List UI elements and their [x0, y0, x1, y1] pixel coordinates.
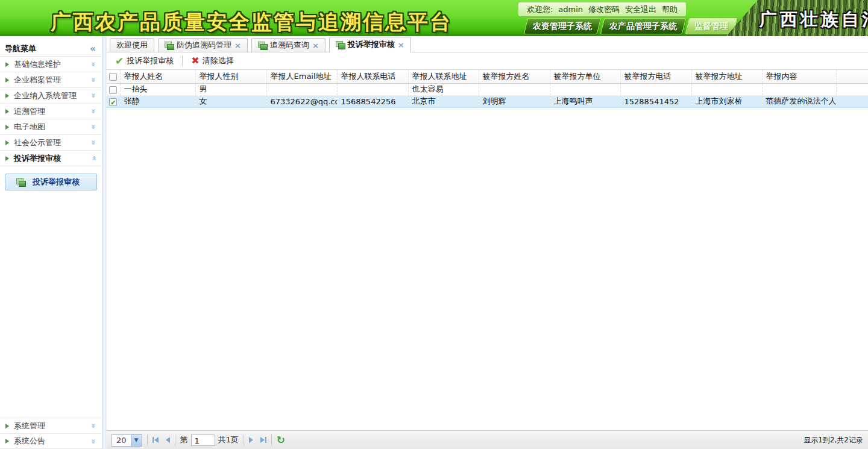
sidebar-item-enterprise-system[interactable]: 企业纳入系统管理 [0, 88, 102, 104]
chevron-down-icon [91, 76, 96, 84]
folder-icon [336, 41, 345, 49]
wheat-field-photo: 广西壮族自治区 [726, 0, 868, 36]
play-triangle-icon [5, 62, 9, 67]
chevron-down-icon [91, 139, 96, 146]
page-total-label: 共1页 [218, 435, 239, 445]
system-tab-label: 农产品管理子系统 [609, 21, 677, 32]
column-header[interactable]: 举报内容 [762, 70, 836, 83]
tab-trace-code-query[interactable]: 追溯码查询 [251, 38, 326, 52]
welcome-bar: 欢迎您: admin 修改密码 安全退出 帮助 [518, 2, 686, 16]
column-header-filler [836, 70, 868, 83]
close-icon[interactable] [398, 40, 404, 49]
system-tabs: 农资管理子系统 农产品管理子系统 监督管理 [526, 18, 735, 34]
chevron-down-icon [91, 107, 96, 115]
sidebar-item-trace-management[interactable]: 追溯管理 [0, 104, 102, 119]
sidebar-splitter[interactable] [102, 36, 107, 449]
play-triangle-icon [5, 125, 9, 130]
complaints-table: 举报人姓名 举报人性别 举报人Email地址 举报人联系电话 举报人联系地址 被… [107, 70, 868, 108]
column-header[interactable]: 被举报方地址 [691, 70, 762, 83]
play-triangle-icon [5, 424, 9, 429]
record-count-status: 显示1到2,共2记录 [804, 435, 863, 445]
play-triangle-icon [5, 156, 9, 161]
platform-title: 广西农产品质量安全监管与追溯信息平台 [51, 8, 452, 36]
column-header[interactable]: 被举报方电话 [620, 70, 691, 83]
close-icon[interactable] [234, 41, 241, 50]
sidebar-collapse-icon[interactable] [90, 43, 96, 54]
document-tabstrip: 欢迎使用 防伪追溯码管理 追溯码查询 投诉举报审核 [107, 36, 868, 52]
top-banner: 广西农产品质量安全监管与追溯信息平台 欢迎您: admin 修改密码 安全退出 … [0, 0, 868, 36]
toolbar-divider [182, 55, 183, 66]
row-checkbox[interactable] [109, 86, 117, 94]
username: admin [558, 5, 583, 14]
help-link[interactable]: 帮助 [662, 4, 678, 15]
system-tab-agri-materials[interactable]: 农资管理子系统 [524, 18, 602, 34]
table-row[interactable]: 张静 女 67332622@qq.com 15688542256 北京市 刘明辉… [107, 95, 868, 107]
folder-icon [258, 42, 268, 49]
grid-toolbar: 投诉举报审核 清除选择 [107, 52, 868, 70]
prev-page-button[interactable] [166, 437, 170, 443]
sidebar-subitem-complaint-audit[interactable]: 投诉举报审核 [5, 174, 97, 190]
play-triangle-icon [5, 93, 9, 98]
sidebar-item-system-management[interactable]: 系统管理 [0, 418, 102, 433]
chevron-down-icon [91, 438, 96, 445]
column-header[interactable]: 举报人联系地址 [408, 70, 479, 83]
column-header[interactable]: 举报人性别 [195, 70, 266, 83]
pagination-bar: 20 第 1 共1页 [107, 430, 868, 449]
tab-welcome[interactable]: 欢迎使用 [110, 38, 154, 52]
chevron-up-icon [91, 154, 96, 162]
application-window: 广西农产品质量安全监管与追溯信息平台 欢迎您: admin 修改密码 安全退出 … [0, 0, 868, 449]
table-header-row: 举报人姓名 举报人性别 举报人Email地址 举报人联系电话 举报人联系地址 被… [107, 70, 868, 83]
play-triangle-icon [5, 140, 9, 145]
sidebar-item-complaint-audit[interactable]: 投诉举报审核 [0, 151, 102, 166]
first-page-button[interactable] [153, 437, 159, 443]
play-triangle-icon [5, 109, 9, 114]
column-header[interactable]: 举报人联系电话 [337, 70, 408, 83]
clear-selection-button[interactable]: 清除选择 [187, 54, 237, 68]
chevron-down-icon [91, 92, 96, 99]
table-row[interactable]: 一抬头 男 也太容易 [107, 83, 868, 95]
column-header[interactable]: 举报人姓名 [120, 70, 195, 83]
sidebar-item-basic-info[interactable]: 基础信息维护 [0, 57, 102, 72]
sidebar-item-enterprise-archive[interactable]: 企业档案管理 [0, 72, 102, 88]
tab-complaint-audit[interactable]: 投诉举报审核 [329, 37, 411, 52]
chevron-down-icon [91, 422, 96, 430]
folder-icon [16, 178, 26, 186]
next-page-button[interactable] [249, 437, 253, 443]
system-tab-supervision[interactable]: 监督管理 [685, 18, 738, 34]
last-page-button[interactable] [260, 437, 266, 443]
main-panel: 欢迎使用 防伪追溯码管理 追溯码查询 投诉举报审核 [107, 36, 868, 449]
close-icon[interactable] [312, 41, 319, 50]
dropdown-arrow-icon[interactable] [131, 435, 142, 446]
grid-empty-space [107, 108, 868, 431]
sidebar-bottom-groups: 系统管理 系统公告 [0, 418, 102, 449]
page-size-select[interactable]: 20 [112, 434, 142, 447]
check-icon [115, 56, 124, 66]
select-all-header [107, 70, 120, 83]
sidebar-item-electronic-map[interactable]: 电子地图 [0, 119, 102, 135]
sidebar-submenu-panel: 投诉举报审核 [0, 166, 102, 418]
tab-anticounterfeit-trace-code[interactable]: 防伪追溯码管理 [158, 38, 248, 52]
chevron-down-icon [91, 123, 96, 131]
play-triangle-icon [5, 78, 9, 83]
audit-button[interactable]: 投诉举报审核 [112, 54, 177, 68]
page-number-input[interactable]: 1 [191, 435, 215, 446]
play-triangle-icon [5, 439, 9, 444]
column-header[interactable]: 被举报方单位 [550, 70, 620, 83]
row-checkbox[interactable] [109, 98, 117, 106]
column-header[interactable]: 举报人Email地址 [266, 70, 337, 83]
column-header[interactable]: 被举报方姓名 [479, 70, 550, 83]
change-password-link[interactable]: 修改密码 [588, 4, 620, 15]
select-all-checkbox[interactable] [109, 73, 117, 81]
navigation-sidebar: 导航菜单 基础信息维护 企业档案管理 企业纳入系统管理 追溯管理 [0, 36, 102, 449]
sidebar-item-public-notice[interactable]: 社会公示管理 [0, 135, 102, 151]
folder-icon [165, 42, 174, 49]
system-tab-agri-products[interactable]: 农产品管理子系统 [600, 18, 687, 34]
region-label: 广西壮族自治区 [760, 8, 868, 32]
refresh-icon[interactable] [277, 435, 285, 445]
sidebar-item-system-announcement[interactable]: 系统公告 [0, 433, 102, 449]
sidebar-title: 导航菜单 [5, 43, 90, 54]
chevron-down-icon [91, 60, 96, 68]
system-tab-label: 监督管理 [694, 21, 728, 32]
page-prefix-label: 第 [180, 435, 188, 445]
logout-link[interactable]: 安全退出 [625, 4, 656, 15]
